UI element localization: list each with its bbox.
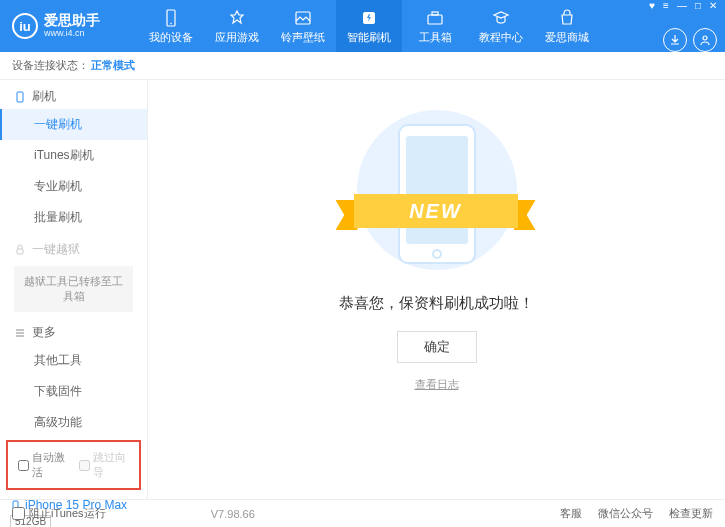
chk-skip-guide[interactable]: 跳过向导 (79, 450, 130, 480)
apps-icon (227, 8, 247, 28)
svg-rect-4 (428, 15, 442, 24)
sidebar-item-pro-flash[interactable]: 专业刷机 (0, 171, 147, 202)
svg-rect-8 (17, 249, 23, 254)
svg-point-6 (703, 36, 707, 40)
maximize-icon[interactable]: □ (695, 0, 701, 11)
app-version: V7.98.66 (211, 508, 255, 520)
user-button[interactable] (693, 28, 717, 52)
sidebar-item-download-firmware[interactable]: 下载固件 (0, 376, 147, 407)
flash-icon (359, 8, 379, 28)
list-icon[interactable]: ≡ (663, 0, 669, 11)
menu-icon[interactable]: ♥ (649, 0, 655, 11)
sidebar-item-itunes-flash[interactable]: iTunes刷机 (0, 140, 147, 171)
ok-button[interactable]: 确定 (397, 331, 477, 363)
app-header: iu 爱思助手 www.i4.cn 我的设备 应用游戏 铃声壁纸 智能刷机 工具… (0, 0, 725, 52)
status-bar: 设备连接状态： 正常模式 (0, 52, 725, 80)
store-icon (557, 8, 577, 28)
svg-rect-7 (17, 92, 23, 102)
options-box: 自动激活 跳过向导 (6, 440, 141, 490)
footer-link-wechat[interactable]: 微信公众号 (598, 506, 653, 521)
nav-apps-games[interactable]: 应用游戏 (204, 0, 270, 52)
svg-point-1 (170, 22, 172, 24)
logo-title: 爱思助手 (44, 13, 100, 28)
minimize-icon[interactable]: — (677, 0, 687, 11)
toolbox-icon (425, 8, 445, 28)
window-controls: ♥ ≡ — □ ✕ (649, 0, 717, 11)
sidebar-item-oneclick-flash[interactable]: 一键刷机 (0, 109, 147, 140)
nav-smart-flash[interactable]: 智能刷机 (336, 0, 402, 52)
new-banner-icon: NEW (336, 188, 536, 234)
success-illustration: NEW (342, 110, 532, 278)
main-panel: NEW 恭喜您，保资料刷机成功啦！ 确定 查看日志 (148, 80, 725, 499)
nav-my-device[interactable]: 我的设备 (138, 0, 204, 52)
section-jailbreak: 一键越狱 (0, 233, 147, 262)
phone-icon (14, 91, 26, 103)
tutorial-icon (491, 8, 511, 28)
section-more[interactable]: 更多 (0, 316, 147, 345)
success-message: 恭喜您，保资料刷机成功啦！ (339, 294, 534, 313)
chk-block-itunes[interactable]: 阻止iTunes运行 (12, 506, 106, 521)
nav-tutorials[interactable]: 教程中心 (468, 0, 534, 52)
section-flash[interactable]: 刷机 (0, 80, 147, 109)
status-value: 正常模式 (91, 58, 135, 73)
device-icon (161, 8, 181, 28)
close-icon[interactable]: ✕ (709, 0, 717, 11)
view-log-link[interactable]: 查看日志 (415, 377, 459, 392)
sidebar-item-other-tools[interactable]: 其他工具 (0, 345, 147, 376)
footer-link-support[interactable]: 客服 (560, 506, 582, 521)
main-nav: 我的设备 应用游戏 铃声壁纸 智能刷机 工具箱 教程中心 爱思商城 (138, 0, 649, 52)
nav-toolbox[interactable]: 工具箱 (402, 0, 468, 52)
jailbreak-note: 越狱工具已转移至工具箱 (14, 266, 133, 312)
svg-rect-2 (296, 12, 310, 24)
app-logo: iu 爱思助手 www.i4.cn (8, 13, 138, 39)
lock-icon (14, 244, 26, 256)
sidebar-item-batch-flash[interactable]: 批量刷机 (0, 202, 147, 233)
logo-url: www.i4.cn (44, 29, 100, 39)
chk-auto-activate[interactable]: 自动激活 (18, 450, 69, 480)
sidebar-item-advanced[interactable]: 高级功能 (0, 407, 147, 438)
nav-ringtone-wallpaper[interactable]: 铃声壁纸 (270, 0, 336, 52)
wallpaper-icon (293, 8, 313, 28)
download-button[interactable] (663, 28, 687, 52)
logo-icon: iu (12, 13, 38, 39)
footer-link-update[interactable]: 检查更新 (669, 506, 713, 521)
more-icon (14, 327, 26, 339)
nav-store[interactable]: 爱思商城 (534, 0, 600, 52)
sidebar: 刷机 一键刷机 iTunes刷机 专业刷机 批量刷机 一键越狱 越狱工具已转移至… (0, 80, 148, 499)
status-label: 设备连接状态： (12, 58, 89, 73)
svg-rect-5 (432, 12, 438, 15)
